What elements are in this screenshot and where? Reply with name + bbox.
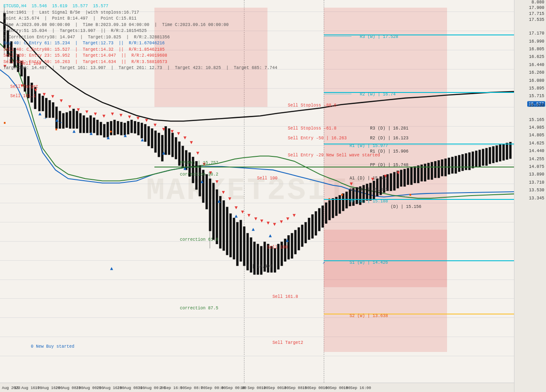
- svg-text:▼: ▼: [247, 213, 251, 219]
- svg-rect-6: [10, 41, 12, 63]
- svg-text:▲: ▲: [235, 213, 238, 219]
- price-13710: 13.710: [529, 180, 544, 184]
- r2w-label: R2 (w) | 16.74: [360, 92, 396, 97]
- svg-rect-32: [100, 122, 102, 135]
- svg-rect-142: [468, 153, 470, 170]
- svg-rect-22: [66, 112, 68, 128]
- price-16080: 16.080: [529, 78, 544, 83]
- price-15715: 15.715: [529, 94, 544, 98]
- price-14625: 14.625: [529, 141, 544, 145]
- sell-100-mid: Sell 100: [267, 245, 288, 250]
- price-axis: 8.080 17.900 17.715 17.535 17.170 16.990…: [514, 0, 546, 392]
- price-17535: 17.535: [529, 17, 544, 22]
- r1d-label: R1 (D) | 15.906: [370, 149, 409, 154]
- price-15895: 15.895: [529, 86, 544, 91]
- price-17900: 17.900: [529, 6, 544, 10]
- chart-container: MARKET2SITE: [0, 0, 546, 392]
- svg-rect-89: [288, 235, 290, 259]
- sell-161-left: Sell 161.1: [10, 94, 36, 98]
- red-zone-bottom: [324, 230, 447, 352]
- svg-text:▼: ▼: [119, 112, 123, 118]
- price-15530: 15.530: [529, 103, 544, 107]
- sell-100-left: Sell 100: [20, 61, 41, 66]
- svg-rect-49: [158, 133, 160, 157]
- sell-stoploss-61: Sell Stoploss -61.8: [288, 126, 337, 131]
- svg-text:▼: ▼: [154, 122, 157, 128]
- sell-entry-50: Sell Entry -50 | 16.263: [288, 136, 347, 141]
- svg-text:▼: ▼: [196, 150, 200, 156]
- svg-text:▼: ▼: [162, 127, 166, 133]
- svg-text:▲: ▲: [286, 238, 289, 244]
- a1d-label: A1 (D) | 15.531: [349, 176, 388, 181]
- pp-mn-line: [154, 167, 514, 167]
- svg-rect-35: [110, 121, 112, 135]
- sell-161: Sell 161.8: [273, 294, 298, 299]
- svg-text:▼: ▼: [254, 216, 258, 222]
- svg-text:▼: ▼: [171, 129, 174, 135]
- svg-text:▼: ▼: [260, 218, 264, 224]
- svg-rect-17: [49, 100, 51, 118]
- price-17715: 17.715: [529, 12, 544, 16]
- svg-text:▲: ▲: [110, 266, 113, 272]
- svg-text:▼: ▼: [102, 113, 106, 119]
- svg-text:▲: ▲: [162, 150, 166, 156]
- s3d-label: (D) | 15.156: [391, 205, 421, 209]
- svg-rect-19: [55, 107, 58, 129]
- svg-text:⇢: ⇢: [44, 116, 46, 121]
- svg-rect-39: [124, 123, 126, 135]
- svg-rect-3: [7, 31, 9, 57]
- svg-rect-51: [165, 127, 167, 155]
- svg-rect-37: [117, 121, 119, 134]
- price-13890: 13.890: [529, 172, 544, 177]
- svg-rect-18: [52, 102, 54, 118]
- time-axis: 12 Aug 2023 15 Aug 16:00 17 Aug 16:00 20…: [0, 383, 514, 392]
- svg-rect-29: [90, 115, 92, 133]
- svg-text:▼: ▼: [177, 131, 180, 137]
- svg-rect-28: [86, 118, 88, 133]
- svg-text:▼: ▼: [145, 118, 148, 124]
- red-zone-1: [154, 8, 267, 107]
- svg-rect-152: [502, 144, 505, 161]
- svg-rect-72: [229, 213, 232, 257]
- price-13530: 13.530: [529, 188, 544, 193]
- chart-area: MARKET2SITE: [0, 0, 514, 383]
- r2w-line: [324, 92, 514, 93]
- svg-text:▼: ▼: [190, 139, 193, 145]
- r3d-label: R3 (D) | 16.281: [370, 126, 409, 131]
- svg-rect-91: [294, 230, 296, 254]
- svg-rect-98: [318, 208, 320, 231]
- svg-text:▼: ▼: [136, 115, 140, 121]
- price-16625: 16.625: [529, 55, 544, 59]
- svg-rect-140: [462, 154, 464, 171]
- sell-100-top: Sell 100: [257, 176, 278, 181]
- svg-rect-147: [485, 148, 488, 166]
- svg-rect-79: [253, 242, 256, 275]
- r3w-line: [324, 35, 514, 35]
- svg-rect-44: [141, 123, 143, 138]
- new-buy-wave: 0 New Buy started: [31, 344, 74, 349]
- svg-text:⇢: ⇢: [59, 120, 62, 125]
- sell-entry-new: Sell Entry -29 New Sell wave started: [288, 153, 380, 158]
- sell-target-left: Sell Target: [10, 84, 38, 89]
- r3w-mark: ────────────: [324, 35, 351, 39]
- price-8080: 8.080: [531, 0, 544, 4]
- price-14440: 14.440: [529, 149, 544, 153]
- r3w-label: R3 (w) | 17.528: [360, 35, 398, 39]
- svg-text:▼: ▼: [293, 213, 296, 219]
- svg-rect-151: [499, 145, 501, 161]
- svg-rect-73: [233, 218, 235, 259]
- svg-rect-26: [79, 113, 81, 133]
- svg-rect-54: [175, 137, 177, 159]
- price-16260: 16.260: [529, 70, 544, 75]
- svg-text:▲: ▲: [90, 131, 93, 137]
- svg-rect-53: [171, 133, 174, 157]
- price-13345: 13.345: [529, 196, 544, 200]
- sell-stoploss-88: Sell Stoploss -88.6: [288, 103, 337, 108]
- svg-rect-93: [301, 225, 303, 247]
- pp-mn-label: PP(MN) | 15.757: [180, 161, 218, 165]
- svg-rect-15: [42, 96, 44, 111]
- svg-rect-148: [489, 147, 491, 164]
- svg-text:▼: ▼: [3, 63, 7, 69]
- s1w-label: S1 (w) | 14.426: [349, 260, 388, 265]
- price-14805: 14.805: [529, 133, 544, 138]
